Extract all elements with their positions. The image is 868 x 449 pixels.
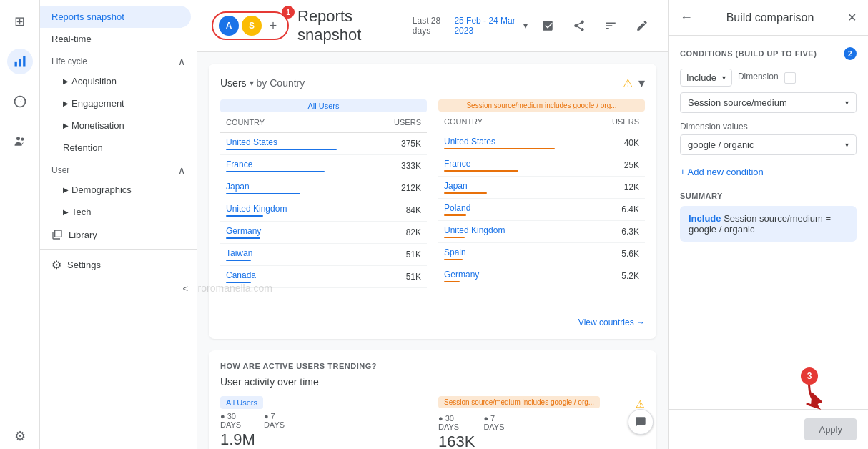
right-panel-title: Build comparison (726, 11, 814, 24)
table-row: Japan 12K (438, 177, 645, 199)
icon-sidebar: ⊞ ⚙ (0, 0, 40, 449)
pill-s: S (242, 16, 262, 36)
country-cell[interactable]: France (438, 154, 573, 177)
back-btn[interactable]: ← (680, 10, 693, 25)
warning-icon: ⚠ (623, 77, 633, 90)
comparison-badge: Session source/medium includes google / … (438, 99, 645, 112)
svg-point-6 (21, 138, 24, 141)
country-cell[interactable]: Poland (438, 199, 573, 221)
right-panel: ← Build comparison ✕ CONDITIONS (BUILD U… (668, 0, 868, 449)
country-cell[interactable]: Germany (220, 222, 355, 244)
date-range-value[interactable]: 25 Feb - 24 Mar 2023 (454, 16, 521, 36)
sidebar-item-reports-snapshot[interactable]: Reports snapshot (40, 6, 191, 28)
right-panel-body: CONDITIONS (BUILD UP TO FIVE) 2 Include … (669, 36, 868, 409)
country-cell[interactable]: United Kingdom (220, 199, 355, 222)
chart2-warning: ⚠ (636, 398, 645, 410)
right-panel-nav: ← (680, 10, 693, 25)
chart-all-users: All Users ● 30DAYS 1.9M ● 7DAYS (220, 396, 427, 449)
sidebar-item-realtime[interactable]: Real-time (40, 28, 191, 50)
sidebar-item-settings[interactable]: ⚙ Settings (40, 252, 197, 277)
users-cell: 5.6K (573, 243, 645, 265)
sidebar-item-engagement[interactable]: ▶ Engagement (40, 92, 191, 114)
view-countries-link[interactable]: View countries → (578, 317, 645, 327)
country-cell[interactable]: United States (220, 133, 355, 155)
analytics-icon-btn[interactable] (7, 49, 33, 74)
table-row: Canada 51K (220, 266, 427, 288)
settings-icon-btn[interactable]: ⚙ (7, 423, 33, 449)
include-dropdown[interactable]: Include ▾ (680, 69, 732, 87)
country-cell[interactable]: United States (438, 132, 573, 154)
share-btn[interactable] (568, 14, 591, 37)
user-collapse[interactable]: ∧ (178, 164, 185, 176)
svg-rect-1 (19, 59, 21, 67)
pill-a: A (219, 16, 239, 36)
users-cell: 82K (355, 222, 427, 244)
comparison-pills[interactable]: A S + (212, 11, 289, 40)
country-cell[interactable]: France (220, 155, 355, 177)
close-btn[interactable]: ✕ (847, 11, 857, 24)
comparison-data-table: COUNTRY USERS United States 40K France 2… (438, 114, 645, 287)
pencil-btn[interactable] (631, 14, 654, 37)
trending-card: HOW ARE ACTIVE USERS TRENDING? User acti… (209, 350, 656, 449)
add-condition-btn[interactable]: + Add new condition (680, 164, 857, 180)
country-cell[interactable]: Japan (438, 177, 573, 199)
table-row: United States 375K (220, 133, 427, 155)
main-header: A S + 1 Reports snapshot Last 28 days 25… (197, 0, 668, 52)
comparison-btn[interactable] (599, 14, 622, 37)
country-cell[interactable]: Canada (220, 266, 355, 288)
svg-point-5 (16, 137, 20, 140)
step-badge-1: 1 (282, 6, 295, 19)
feedback-btn[interactable] (628, 409, 654, 435)
card-title: Users ▾ by Country (220, 77, 305, 89)
lifecycle-collapse[interactable]: ∧ (178, 56, 185, 67)
view-more: View countries → (220, 317, 645, 327)
table-row: United States 40K (438, 132, 645, 154)
svg-rect-0 (14, 62, 16, 67)
card-more-btn[interactable]: ▾ (638, 75, 645, 91)
sidebar-item-retention[interactable]: Retention (40, 137, 191, 159)
date-range: Last 28 days 25 Feb - 24 Mar 2023 ▾ (413, 16, 528, 36)
page-title: Reports snapshot (297, 7, 398, 44)
right-panel-header: ← Build comparison ✕ (669, 0, 868, 36)
main-content: A S + 1 Reports snapshot Last 28 days 25… (197, 0, 668, 449)
chart1-badge: All Users (220, 396, 263, 409)
dimension-values-dropdown[interactable]: google / organic ▾ (680, 134, 857, 155)
sidebar-item-monetisation[interactable]: ▶ Monetisation (40, 114, 191, 137)
country-cell[interactable]: Taiwan (220, 244, 355, 266)
summary-include: Include (689, 213, 721, 224)
table-row: Spain 5.6K (438, 243, 645, 265)
audience-icon-btn[interactable] (7, 129, 33, 154)
table-row: France 25K (438, 154, 645, 177)
sidebar-item-tech[interactable]: ▶ Tech (40, 201, 191, 223)
edit-report-btn[interactable] (536, 14, 559, 37)
dimension-checkbox[interactable] (784, 72, 796, 84)
table-row: Taiwan 51K (220, 244, 427, 266)
content-area: Users ▾ by Country ⚠ ▾ All Users C (197, 52, 668, 449)
country-cell[interactable]: United Kingdom (438, 221, 573, 243)
session-source-group: Session source/medium ▾ (680, 92, 857, 113)
sidebar-item-library[interactable]: Library (40, 223, 197, 246)
svg-rect-2 (23, 56, 25, 67)
all-users-badge: All Users (220, 99, 427, 112)
users-cell: 84K (355, 199, 427, 222)
two-tables: All Users COUNTRY USERS United States (220, 99, 645, 288)
session-source-dropdown[interactable]: Session source/medium ▾ (680, 92, 857, 113)
sidebar-item-demographics[interactable]: ▶ Demographics (40, 179, 191, 201)
explore-icon-btn[interactable] (7, 89, 33, 114)
chart1-30-value: 1.9M (220, 430, 255, 449)
home-icon-btn[interactable]: ⊞ (7, 9, 33, 34)
country-cell[interactable]: Germany (438, 265, 573, 287)
apply-btn[interactable]: Apply (804, 418, 857, 440)
lifecycle-section: Life cycle ∧ (40, 50, 197, 70)
card-header: Users ▾ by Country ⚠ ▾ (220, 75, 645, 91)
sidebar-item-acquisition[interactable]: ▶ Acquisition (40, 70, 191, 92)
sidebar-collapse-btn[interactable]: < (179, 280, 191, 297)
comparison-table: Session source/medium includes google / … (438, 99, 645, 288)
users-cell: 40K (573, 132, 645, 154)
users-cell: 6.3K (573, 221, 645, 243)
table-row: United Kingdom 84K (220, 199, 427, 222)
users-dropdown-arrow[interactable]: ▾ (250, 78, 254, 88)
pill-add[interactable]: + (265, 17, 282, 34)
country-cell[interactable]: Japan (220, 177, 355, 199)
country-cell[interactable]: Spain (438, 243, 573, 265)
